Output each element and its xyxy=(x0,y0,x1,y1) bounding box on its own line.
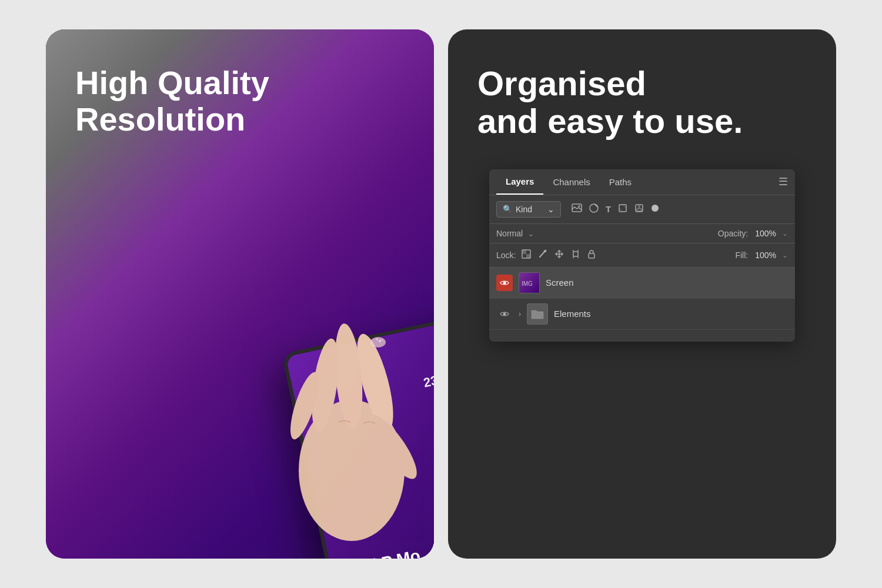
layer-visibility-elements[interactable] xyxy=(496,306,513,322)
layer-name-screen: Screen xyxy=(546,278,574,288)
left-content: High Quality Resolution xyxy=(75,65,405,161)
blend-arrow: ⌄ xyxy=(527,229,534,238)
filter-image-icon[interactable] xyxy=(570,202,583,216)
lock-all-icon[interactable] xyxy=(586,248,597,262)
svg-rect-19 xyxy=(522,250,526,254)
svg-point-28 xyxy=(503,281,506,284)
svg-point-16 xyxy=(639,206,640,208)
svg-rect-27 xyxy=(589,253,594,258)
heading-easy: and easy to use. xyxy=(477,102,743,140)
resolution-text: 2388x168 xyxy=(422,364,434,391)
svg-text:IMG: IMG xyxy=(522,280,533,287)
filter-icons: T xyxy=(570,202,660,216)
fill-label: Fill: xyxy=(735,250,748,260)
ps-filter-row: 🔍 Kind ⌄ xyxy=(489,195,795,224)
ps-lock-row: Lock: xyxy=(489,243,795,268)
panel-menu-icon[interactable]: ☰ xyxy=(779,175,788,188)
ipad-mockup-container: 2388x168 iPad P Mo Your Desig er xyxy=(252,294,434,559)
kind-dropdown-arrow: ⌄ xyxy=(547,205,554,214)
filter-effects-icon[interactable] xyxy=(650,203,660,216)
lock-artboard-icon[interactable] xyxy=(570,248,582,262)
fill-value[interactable]: 100% xyxy=(755,250,776,260)
blend-mode-dropdown[interactable]: Normal ⌄ xyxy=(496,229,555,238)
filter-adjustment-icon[interactable] xyxy=(588,202,600,216)
tab-layers[interactable]: Layers xyxy=(496,169,543,195)
heading-line1: High Quality xyxy=(75,64,269,101)
left-panel: High Quality Resolution 2388x168 iPad P … xyxy=(46,29,434,559)
opacity-label: Opacity: xyxy=(718,229,748,238)
svg-rect-20 xyxy=(526,254,530,258)
ipad-screen: 2388x168 iPad P Mo Your Desig er xyxy=(286,316,434,559)
lock-position-icon[interactable] xyxy=(553,248,565,262)
layer-thumb-screen: IMG xyxy=(519,272,540,293)
ps-tabs-row: Layers Channels Paths ☰ xyxy=(489,169,795,195)
svg-rect-15 xyxy=(637,209,642,211)
lock-label: Lock: xyxy=(496,250,516,260)
layer-name-elements: Elements xyxy=(554,309,591,319)
opacity-value[interactable]: 100% xyxy=(755,229,776,238)
heading-organised: Organised xyxy=(477,64,646,102)
ps-layers-panel: Layers Channels Paths ☰ 🔍 Kind ⌄ xyxy=(489,169,795,342)
tab-channels[interactable]: Channels xyxy=(543,170,599,194)
lock-pixels-icon[interactable] xyxy=(537,248,549,262)
blend-mode-value: Normal xyxy=(496,229,523,238)
svg-rect-13 xyxy=(619,205,626,212)
tab-paths[interactable]: Paths xyxy=(600,170,641,194)
ipad-label: iPad P Mo xyxy=(342,546,422,559)
search-icon-small: 🔍 xyxy=(503,205,512,213)
layer-expand-arrow[interactable]: › xyxy=(519,310,521,318)
lock-transparency-icon[interactable] xyxy=(520,248,532,262)
layer-screen[interactable]: IMG Screen xyxy=(489,268,795,299)
high-quality-heading: High Quality Resolution xyxy=(75,65,405,137)
kind-dropdown[interactable]: 🔍 Kind ⌄ xyxy=(496,201,561,218)
svg-rect-22 xyxy=(573,252,578,256)
filter-type-icon[interactable]: T xyxy=(604,203,612,215)
ipad-device: 2388x168 iPad P Mo Your Desig er xyxy=(282,312,434,559)
layer-elements[interactable]: › Elements xyxy=(489,299,795,330)
svg-point-31 xyxy=(503,312,506,315)
opacity-dropdown-arrow[interactable]: ⌄ xyxy=(782,229,788,238)
panel-bottom-padding xyxy=(489,330,795,342)
svg-point-11 xyxy=(579,205,580,207)
right-panel: Organised and easy to use. Layers Channe… xyxy=(448,29,836,559)
layer-visibility-screen[interactable] xyxy=(496,275,513,291)
fill-dropdown-arrow[interactable]: ⌄ xyxy=(782,251,788,259)
ps-opacity-row: Normal ⌄ Opacity: 100% ⌄ xyxy=(489,224,795,243)
layer-thumb-elements xyxy=(527,303,548,325)
filter-shape-icon[interactable] xyxy=(617,202,629,216)
heading-line2: Resolution xyxy=(75,101,245,138)
organised-heading: Organised and easy to use. xyxy=(477,65,807,140)
svg-point-17 xyxy=(652,205,659,212)
filter-smartobject-icon[interactable] xyxy=(633,202,645,216)
kind-label: Kind xyxy=(516,205,532,214)
lock-icons xyxy=(520,248,597,262)
